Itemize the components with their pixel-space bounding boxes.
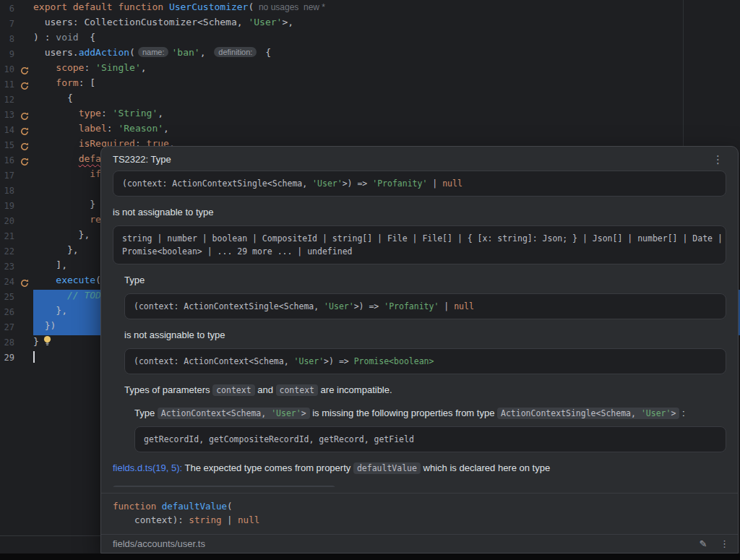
token: users: CollectionCustomizer<Schema,: [33, 17, 248, 27]
file-location-link[interactable]: fields.d.ts(19, 5):: [113, 462, 182, 473]
gutter: 6789101112131415161718192021222324252627…: [0, 1, 33, 366]
inline-code-chip: DynamicField<ActionContext<Schema, 'User…: [113, 486, 335, 487]
gutter-action-icon[interactable]: [20, 80, 29, 89]
error-text: is not assignable to type: [124, 328, 726, 343]
popup-header: TS2322: Type ⋮: [113, 154, 726, 165]
token: [33, 138, 79, 149]
gutter-line: 17: [0, 168, 33, 184]
gutter-line: 7: [0, 17, 33, 32]
token: 'Profanity': [372, 178, 427, 189]
doc-line: context): string | null: [113, 513, 726, 527]
token: 'User': [324, 301, 354, 311]
editor-bottom-divider: [0, 535, 100, 554]
token: default: [73, 1, 113, 12]
code-line[interactable]: type: 'String',: [33, 108, 740, 123]
code-line[interactable]: users.addAction(name:'ban', definition: …: [33, 47, 740, 62]
line-number: 18: [0, 184, 14, 199]
token: [33, 290, 67, 301]
token: [33, 275, 56, 285]
token: string: [189, 514, 221, 525]
token: ) :: [33, 32, 56, 43]
token: [156, 501, 162, 512]
edit-icon[interactable]: ✎: [699, 538, 707, 549]
token: [33, 123, 79, 134]
popup-footer: fields/accounts/user.ts ✎ ⋮: [101, 534, 738, 553]
token: }: [33, 336, 39, 347]
code-line[interactable]: scope: 'Single',: [33, 62, 740, 77]
line-number: 19: [0, 199, 14, 214]
token: >) =>: [324, 356, 354, 366]
file-path: fields/accounts/user.ts: [113, 538, 205, 549]
line-number: 28: [0, 335, 14, 350]
code-line[interactable]: export default function UserCustomizer( …: [33, 1, 740, 17]
token: (context: ActionContextSingle<Schema,: [134, 301, 324, 311]
text-caret: [33, 351, 35, 363]
token: 'User': [641, 408, 671, 418]
line-number: 10: [0, 62, 14, 77]
code-text-line: string | number | boolean | CompositeId …: [122, 232, 717, 245]
gutter-action-icon[interactable]: [20, 156, 29, 165]
token: [33, 214, 90, 225]
gutter-line: 9: [0, 47, 33, 62]
token: function: [118, 1, 163, 12]
kebab-menu-icon[interactable]: ⋮: [710, 154, 726, 165]
doc-signature: function defaultValue( context): string …: [101, 494, 738, 534]
gutter-line: 22: [0, 244, 33, 259]
line-number: 7: [0, 17, 14, 32]
line-number: 23: [0, 259, 14, 275]
token: 'Single': [95, 62, 141, 73]
code-line[interactable]: {: [33, 92, 740, 108]
token: 'User': [312, 178, 343, 189]
token: },: [33, 305, 67, 316]
gutter-action-icon[interactable]: [20, 277, 29, 286]
code-line[interactable]: ) : void {: [33, 32, 740, 47]
token: |: [222, 514, 238, 525]
gutter-action-icon[interactable]: [20, 111, 29, 119]
more-options-icon[interactable]: ⋮: [720, 538, 729, 549]
line-number: 14: [0, 123, 14, 138]
token: |: [439, 301, 454, 311]
code-text-line: (context: ActionContextSingle<Schema, 'U…: [134, 300, 717, 313]
line-number: 11: [0, 77, 14, 92]
token: addAction: [79, 47, 129, 58]
token: (context: ActionContextSingle<Schema,: [122, 178, 312, 189]
token: context):: [113, 514, 189, 525]
token: DynamicField<ActionContext<Schema,: [116, 486, 291, 487]
token: void: [56, 32, 78, 43]
token: }: [33, 199, 95, 210]
token: 'User': [294, 356, 324, 366]
token: 'User': [248, 17, 282, 27]
token: ],: [33, 259, 67, 270]
doc-line: function defaultValue(: [113, 499, 726, 513]
token: :: [84, 62, 95, 73]
gutter-line: 27: [0, 320, 33, 335]
gutter-line: 25: [0, 290, 33, 305]
intention-bulb-icon[interactable]: [43, 335, 52, 348]
line-number: 17: [0, 168, 14, 184]
error-text: Type ActionContext<Schema, 'User'> is mi…: [134, 406, 726, 421]
error-tooltip-popup: TS2322: Type ⋮ (context: ActionContextSi…: [100, 146, 739, 553]
token: null: [442, 178, 462, 189]
gutter-line: 26: [0, 305, 33, 320]
gutter-action-icon[interactable]: [20, 141, 29, 150]
code-text-line: (context: ActionContext<Schema, 'User'>)…: [134, 355, 717, 368]
token: >: [671, 408, 676, 418]
code-line[interactable]: users: CollectionCustomizer<Schema, 'Use…: [33, 17, 740, 32]
gutter-action-icon[interactable]: [20, 126, 29, 134]
gutter-action-icon[interactable]: [20, 65, 29, 74]
line-number: 16: [0, 153, 14, 168]
token: [33, 108, 79, 119]
token: context: [216, 385, 251, 395]
token: Promise<boolean>: [354, 356, 434, 366]
token: 'Reason': [118, 123, 163, 134]
token: (context: ActionContext<Schema,: [134, 356, 294, 366]
code-line[interactable]: label: 'Reason',: [33, 123, 740, 138]
token: 'Profanity': [384, 301, 439, 311]
token: >) =>: [354, 301, 384, 311]
token: null: [454, 301, 474, 311]
token: ActionContextSingle<Schema,: [501, 408, 641, 418]
token: {: [259, 47, 271, 58]
line-number: 21: [0, 229, 14, 244]
code-line[interactable]: form: [: [33, 77, 740, 92]
token: 'User': [271, 408, 301, 418]
